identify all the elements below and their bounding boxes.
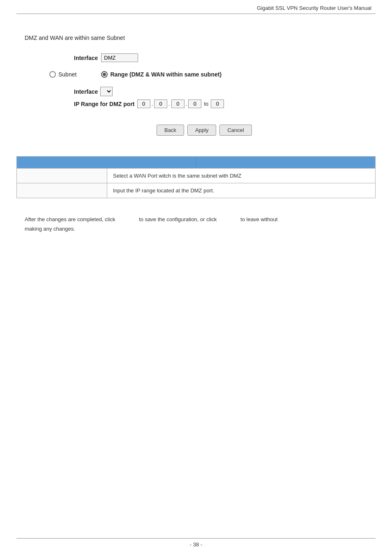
section-title: DMZ and WAN are within same Subnet — [25, 35, 367, 41]
subnet-radio-circle[interactable] — [49, 71, 56, 78]
ip-dot-2: . — [168, 101, 170, 107]
cancel-button[interactable]: Cancel — [219, 125, 251, 136]
ip-dot-3: . — [186, 101, 187, 107]
ip-octet-2[interactable] — [154, 99, 167, 108]
table-row: Select a WAN Port witch is the same subn… — [17, 168, 375, 183]
footer-part3: to leave without — [240, 216, 277, 222]
table-cell-content-2: Input the IP range located at the DMZ po… — [107, 183, 375, 198]
main-content: DMZ and WAN are within same Subnet Inter… — [0, 26, 392, 156]
back-button[interactable]: Back — [157, 125, 184, 136]
table-cell-label-2 — [17, 183, 107, 198]
ip-range-section: Interface IP Range for DMZ port . . . to — [74, 87, 367, 108]
footer-part1: After the changes are completed, click — [25, 216, 115, 222]
radio-row: Subnet Range (DMZ & WAN within same subn… — [49, 71, 367, 78]
range-radio-option[interactable]: Range (DMZ & WAN within same subnet) — [101, 71, 221, 78]
ip-to-field[interactable] — [211, 99, 224, 108]
interface-dropdown[interactable] — [100, 87, 113, 96]
table-header-row — [17, 157, 375, 168]
table-header-cell-2 — [196, 157, 376, 168]
range-label: Range (DMZ & WAN within same subnet) — [110, 71, 221, 78]
table-cell-content-1: Select a WAN Port witch is the same subn… — [107, 169, 375, 183]
table-header-cell-1 — [17, 157, 196, 168]
table-row: Input the IP range located at the DMZ po… — [17, 183, 375, 198]
interface-input-label: Interface — [74, 55, 98, 61]
interface-input-row: Interface — [74, 53, 367, 62]
subnet-label: Subnet — [58, 71, 76, 78]
buttons-row: Back Apply Cancel — [41, 125, 367, 136]
ip-octet-1[interactable] — [137, 99, 150, 108]
page-title: Gigabit SSL VPN Security Router User's M… — [0, 0, 392, 14]
footer-part4: making any changes. — [25, 226, 75, 232]
footer-part2: to save the configuration, or click — [139, 216, 217, 222]
ip-dot-1: . — [152, 101, 153, 107]
range-radio-circle[interactable] — [101, 71, 108, 78]
ip-range-label: IP Range for DMZ port — [74, 101, 135, 107]
ip-range-row: IP Range for DMZ port . . . to — [74, 99, 367, 108]
help-table: Select a WAN Port witch is the same subn… — [16, 156, 376, 198]
footer-text: After the changes are completed, click t… — [0, 210, 392, 242]
apply-button[interactable]: Apply — [187, 125, 217, 136]
interface-input-field[interactable] — [101, 53, 138, 62]
ip-to-text: to — [204, 101, 208, 107]
page-number: - 38 - — [190, 541, 202, 548]
header-divider — [16, 14, 376, 14]
form-area: Interface Subnet Range (DMZ & WAN within… — [41, 53, 367, 136]
bottom-divider — [16, 538, 376, 539]
interface-dropdown-row: Interface — [74, 87, 367, 96]
ip-octet-3[interactable] — [171, 99, 184, 108]
ip-octet-4[interactable] — [188, 99, 201, 108]
subnet-radio-option[interactable]: Subnet — [49, 71, 76, 78]
table-cell-label-1 — [17, 169, 107, 183]
interface-dropdown-label: Interface — [74, 88, 98, 95]
